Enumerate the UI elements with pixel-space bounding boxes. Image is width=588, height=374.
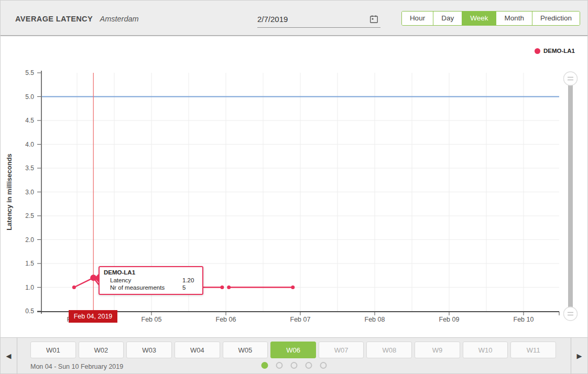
svg-text:Feb 05: Feb 05 xyxy=(141,316,162,323)
week-range-label: Mon 04 - Sun 10 February 2019 xyxy=(30,363,123,370)
range-tab-hour[interactable]: Hour xyxy=(402,12,433,25)
page-dot-1[interactable] xyxy=(262,362,268,369)
page-dot-3[interactable] xyxy=(291,362,298,369)
tooltip-row: Latency1.20 xyxy=(104,277,198,284)
date-value[interactable]: 2/7/2019 xyxy=(257,15,369,24)
page-dot-5[interactable] xyxy=(320,362,327,369)
page-dot-4[interactable] xyxy=(306,362,312,369)
chart-zoom-handle-bottom[interactable] xyxy=(564,307,578,321)
latency-chart: 0.51.01.52.02.53.03.54.04.55.05.5Feb 04F… xyxy=(1,37,588,338)
svg-text:Feb 06: Feb 06 xyxy=(216,316,236,323)
prev-week-arrow-icon[interactable]: ◀ xyxy=(1,338,17,373)
data-point[interactable] xyxy=(220,285,224,289)
tooltip-row-value: 1.20 xyxy=(182,277,194,284)
y-axis-ticks: 0.51.01.52.02.53.03.54.04.55.05.5 xyxy=(25,69,41,315)
week-button-w03[interactable]: W03 xyxy=(126,342,172,358)
page-title: AVERAGE LATENCY xyxy=(15,15,93,23)
svg-text:2.0: 2.0 xyxy=(25,236,34,244)
legend-label: DEMO-LA1 xyxy=(543,48,575,54)
week-button-w05[interactable]: W05 xyxy=(223,342,268,358)
calendar-icon[interactable] xyxy=(369,15,378,24)
crosshair-date-badge: Feb 04, 2019 xyxy=(69,310,117,323)
header-bar: AVERAGE LATENCY Amsterdam 2/7/2019 HourD… xyxy=(1,1,587,36)
chart-zoom-handle-top[interactable] xyxy=(564,72,578,85)
legend-item-demo-la1[interactable]: DEMO-LA1 xyxy=(535,48,575,54)
x-axis-ticks: Feb 04Feb 05Feb 06Feb 07Feb 08Feb 09Feb … xyxy=(67,312,559,323)
week-selector-bar: ◀ ▶ W01W02W03W04W05W06W07W08W9W10W11 Mon… xyxy=(1,337,587,373)
svg-text:1.5: 1.5 xyxy=(25,260,34,267)
location-label: Amsterdam xyxy=(100,15,139,23)
week-button-w10[interactable]: W10 xyxy=(463,342,508,358)
range-tab-group: HourDayWeekMonthPrediction xyxy=(401,11,580,26)
tooltip-rows: Latency1.20Nr of measurements5 xyxy=(104,277,198,291)
svg-text:Feb 10: Feb 10 xyxy=(514,316,534,323)
svg-text:1.0: 1.0 xyxy=(25,284,34,291)
week-button-w02[interactable]: W02 xyxy=(79,342,124,358)
data-point[interactable] xyxy=(291,285,295,289)
range-tab-day[interactable]: Day xyxy=(433,12,462,25)
chart-panel: 0.51.01.52.02.53.03.54.04.55.05.5Feb 04F… xyxy=(1,37,588,338)
pagination-dots xyxy=(262,362,327,369)
tooltip-row: Nr of measurements5 xyxy=(104,284,198,291)
svg-text:4.5: 4.5 xyxy=(25,117,34,124)
svg-text:Feb 08: Feb 08 xyxy=(365,316,385,323)
app-window: AVERAGE LATENCY Amsterdam 2/7/2019 HourD… xyxy=(0,0,588,374)
tooltip-row-label: Latency xyxy=(104,277,182,284)
page-dot-2[interactable] xyxy=(276,362,283,369)
week-button-w9[interactable]: W9 xyxy=(415,342,460,358)
range-tab-week[interactable]: Week xyxy=(462,12,496,25)
svg-text:0.5: 0.5 xyxy=(25,307,34,315)
svg-text:3.5: 3.5 xyxy=(25,164,34,172)
range-tab-month[interactable]: Month xyxy=(496,12,532,25)
data-point[interactable] xyxy=(72,285,76,289)
tooltip-row-label: Nr of measurements xyxy=(104,284,182,291)
week-button-row: W01W02W03W04W05W06W07W08W9W10W11 xyxy=(30,342,556,358)
week-button-w06[interactable]: W06 xyxy=(270,342,316,358)
svg-text:3.0: 3.0 xyxy=(25,189,34,196)
week-button-w11[interactable]: W11 xyxy=(510,342,556,358)
svg-text:Feb 09: Feb 09 xyxy=(439,316,460,323)
week-button-w01[interactable]: W01 xyxy=(30,342,76,358)
svg-text:5.0: 5.0 xyxy=(25,93,34,101)
y-axis-title: Latency in milliseconds xyxy=(5,153,13,230)
svg-text:5.5: 5.5 xyxy=(25,69,34,76)
week-button-w08[interactable]: W08 xyxy=(366,342,412,358)
next-week-arrow-icon[interactable]: ▶ xyxy=(571,338,587,373)
data-tooltip: DEMO-LA1 Latency1.20Nr of measurements5 xyxy=(99,266,203,295)
tooltip-series-name: DEMO-LA1 xyxy=(104,269,198,277)
svg-text:Feb 07: Feb 07 xyxy=(290,316,311,323)
legend-dot-icon xyxy=(535,48,540,54)
title-wrap: AVERAGE LATENCY Amsterdam xyxy=(15,14,139,24)
date-input[interactable]: 2/7/2019 xyxy=(257,11,380,28)
svg-text:4.0: 4.0 xyxy=(25,141,34,148)
chart-zoom-track[interactable] xyxy=(568,76,573,315)
range-tab-prediction[interactable]: Prediction xyxy=(532,12,580,25)
tooltip-row-value: 5 xyxy=(182,284,186,291)
week-button-w07[interactable]: W07 xyxy=(319,342,364,358)
svg-text:2.5: 2.5 xyxy=(25,212,34,219)
data-point[interactable] xyxy=(227,285,231,289)
week-button-w04[interactable]: W04 xyxy=(175,342,220,358)
